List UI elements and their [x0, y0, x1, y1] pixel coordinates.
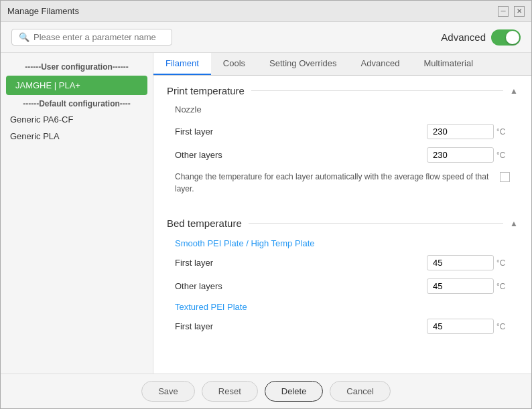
- sidebar-item-generic-pla[interactable]: Generic PLA: [1, 128, 153, 145]
- print-other-layers-label: Other layers: [175, 150, 427, 160]
- nozzle-subsection-title: Nozzle: [167, 102, 518, 120]
- print-temperature-header: Print temperature ▲: [167, 76, 518, 102]
- print-first-layer-input-group: °C: [427, 124, 510, 139]
- minimize-button[interactable]: ─: [498, 6, 509, 17]
- delete-button[interactable]: Delete: [265, 381, 324, 402]
- cancel-button[interactable]: Cancel: [330, 381, 390, 402]
- textured-first-layer-input[interactable]: [427, 319, 494, 334]
- smooth-other-layers-row: Other layers °C: [167, 274, 518, 298]
- smooth-other-layers-unit: °C: [496, 282, 510, 291]
- sidebar-item-generic-pa6-cf[interactable]: Generic PA6-CF: [1, 111, 153, 128]
- tab-multimaterial[interactable]: Multimaterial: [411, 53, 485, 75]
- smooth-other-layers-input[interactable]: [427, 278, 494, 294]
- tab-cools[interactable]: Cools: [211, 53, 257, 75]
- textured-first-layer-row: First layer °C: [167, 315, 518, 338]
- search-icon: 🔍: [19, 32, 29, 42]
- print-temperature-title: Print temperature: [167, 85, 245, 96]
- smooth-other-layers-input-group: °C: [427, 278, 510, 294]
- bed-temperature-divider: [249, 223, 503, 224]
- scroll-content: Print temperature ▲ Nozzle First layer °…: [153, 76, 531, 374]
- smooth-pei-title: Smooth PEI Plate / High Temp Plate: [167, 234, 518, 251]
- search-box: 🔍: [11, 29, 172, 46]
- default-config-header: ------Default configuration----: [1, 96, 153, 111]
- advanced-label: Advanced: [441, 31, 486, 43]
- sidebar-item-jamghe-pla-plus[interactable]: JAMGHE | PLA+: [6, 76, 147, 95]
- smooth-first-layer-input[interactable]: [427, 255, 494, 270]
- footer: Save Reset Delete Cancel: [1, 374, 531, 408]
- print-first-layer-input[interactable]: [427, 124, 494, 139]
- print-other-layers-input[interactable]: [427, 147, 494, 163]
- print-other-layers-row: Other layers °C: [167, 143, 518, 167]
- tab-filament[interactable]: Filament: [153, 53, 211, 75]
- advanced-toggle-switch[interactable]: [491, 29, 521, 46]
- close-button[interactable]: ✕: [514, 6, 525, 17]
- print-temperature-note: Change the temperature for each layer au…: [175, 171, 493, 195]
- smooth-first-layer-unit: °C: [496, 258, 510, 268]
- print-first-layer-row: First layer °C: [167, 120, 518, 143]
- advanced-toggle-group: Advanced: [441, 29, 521, 46]
- textured-pei-title: Textured PEI Plate: [167, 298, 518, 315]
- user-config-header: ------User configuration------: [1, 60, 153, 74]
- textured-first-layer-label: First layer: [175, 321, 427, 331]
- print-first-layer-unit: °C: [496, 127, 510, 137]
- save-button[interactable]: Save: [141, 381, 195, 402]
- print-other-layers-unit: °C: [496, 151, 510, 160]
- content-area: Filament Cools Setting Overrides Advance…: [153, 53, 531, 374]
- print-temperature-section: Print temperature ▲ Nozzle First layer °…: [167, 76, 518, 201]
- bed-temperature-collapse-icon[interactable]: ▲: [510, 219, 518, 228]
- bed-temperature-title: Bed temperature: [167, 218, 242, 229]
- toggle-knob: [506, 31, 519, 44]
- smooth-other-layers-label: Other layers: [175, 281, 427, 291]
- bed-temperature-section: Bed temperature ▲ Smooth PEI Plate / Hig…: [167, 208, 518, 338]
- toolbar: 🔍 Advanced: [1, 22, 531, 53]
- window-title: Manage Filaments: [7, 6, 79, 16]
- textured-first-layer-input-group: °C: [427, 319, 510, 334]
- tabs-bar: Filament Cools Setting Overrides Advance…: [153, 53, 531, 76]
- search-input[interactable]: [34, 32, 165, 42]
- print-temperature-note-checkbox[interactable]: [500, 172, 510, 182]
- smooth-first-layer-input-group: °C: [427, 255, 510, 270]
- textured-first-layer-unit: °C: [496, 322, 510, 331]
- main-content: ------User configuration------ JAMGHE | …: [1, 53, 531, 374]
- sidebar: ------User configuration------ JAMGHE | …: [1, 53, 153, 374]
- print-temperature-note-row: Change the temperature for each layer au…: [167, 167, 518, 201]
- main-window: Manage Filaments ─ ✕ 🔍 Advanced ------Us…: [0, 0, 532, 409]
- bed-temperature-header: Bed temperature ▲: [167, 208, 518, 234]
- smooth-first-layer-row: First layer °C: [167, 251, 518, 274]
- print-first-layer-label: First layer: [175, 127, 427, 137]
- titlebar: Manage Filaments ─ ✕: [1, 1, 531, 22]
- print-temperature-divider: [251, 90, 503, 91]
- smooth-first-layer-label: First layer: [175, 258, 427, 268]
- print-temperature-collapse-icon[interactable]: ▲: [510, 86, 518, 96]
- window-controls: ─ ✕: [498, 6, 525, 17]
- tab-advanced[interactable]: Advanced: [349, 53, 412, 75]
- tab-setting-overrides[interactable]: Setting Overrides: [257, 53, 348, 75]
- print-other-layers-input-group: °C: [427, 147, 510, 163]
- reset-button[interactable]: Reset: [202, 381, 258, 402]
